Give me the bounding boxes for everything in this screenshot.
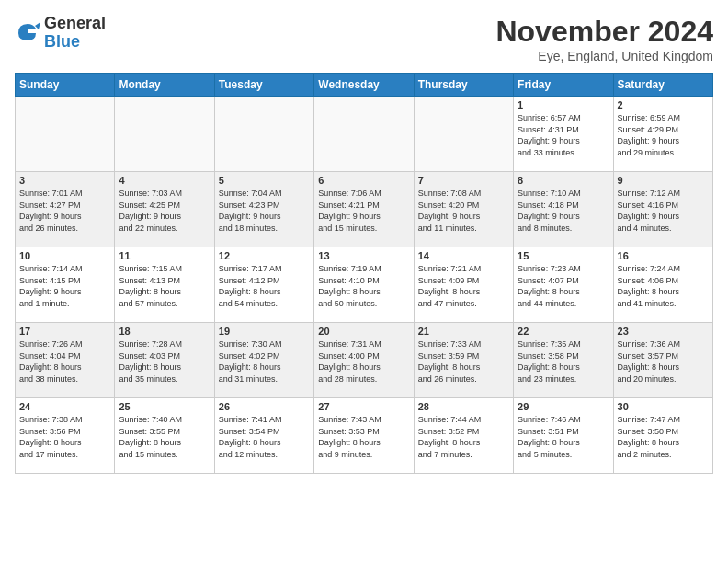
calendar-cell: 20Sunrise: 7:31 AM Sunset: 4:00 PM Dayli… (314, 323, 414, 398)
day-info: Sunrise: 7:12 AM Sunset: 4:16 PM Dayligh… (618, 188, 709, 234)
day-number: 16 (618, 250, 709, 261)
header: General Blue November 2024 Eye, England,… (15, 15, 713, 63)
day-info: Sunrise: 7:01 AM Sunset: 4:27 PM Dayligh… (19, 188, 110, 234)
day-number: 9 (618, 175, 709, 186)
day-number: 20 (318, 326, 409, 337)
day-number: 19 (219, 326, 310, 337)
day-number: 12 (219, 250, 310, 261)
day-info: Sunrise: 7:03 AM Sunset: 4:25 PM Dayligh… (119, 188, 210, 234)
calendar-cell: 19Sunrise: 7:30 AM Sunset: 4:02 PM Dayli… (214, 323, 313, 398)
day-info: Sunrise: 7:15 AM Sunset: 4:13 PM Dayligh… (119, 263, 210, 309)
day-info: Sunrise: 7:30 AM Sunset: 4:02 PM Dayligh… (219, 339, 310, 385)
calendar-cell (214, 97, 313, 172)
page: General Blue November 2024 Eye, England,… (0, 0, 728, 563)
day-info: Sunrise: 7:44 AM Sunset: 3:52 PM Dayligh… (418, 414, 509, 460)
week-row-2: 3Sunrise: 7:01 AM Sunset: 4:27 PM Daylig… (16, 172, 713, 247)
day-info: Sunrise: 7:43 AM Sunset: 3:53 PM Dayligh… (318, 414, 409, 460)
calendar-cell: 27Sunrise: 7:43 AM Sunset: 3:53 PM Dayli… (314, 398, 414, 474)
day-number: 18 (119, 326, 210, 337)
logo-icon (15, 20, 40, 46)
day-number: 27 (318, 401, 409, 412)
weekday-monday: Monday (115, 74, 214, 97)
week-row-3: 10Sunrise: 7:14 AM Sunset: 4:15 PM Dayli… (16, 247, 713, 323)
calendar-cell: 8Sunrise: 7:10 AM Sunset: 4:18 PM Daylig… (514, 172, 613, 247)
week-row-1: 1Sunrise: 6:57 AM Sunset: 4:31 PM Daylig… (16, 97, 713, 172)
day-info: Sunrise: 7:24 AM Sunset: 4:06 PM Dayligh… (618, 263, 709, 309)
week-row-4: 17Sunrise: 7:26 AM Sunset: 4:04 PM Dayli… (16, 323, 713, 398)
calendar-cell: 26Sunrise: 7:41 AM Sunset: 3:54 PM Dayli… (214, 398, 313, 474)
day-number: 13 (318, 250, 409, 261)
calendar-cell: 22Sunrise: 7:35 AM Sunset: 3:58 PM Dayli… (514, 323, 613, 398)
calendar-cell: 7Sunrise: 7:08 AM Sunset: 4:20 PM Daylig… (414, 172, 513, 247)
calendar-cell: 11Sunrise: 7:15 AM Sunset: 4:13 PM Dayli… (115, 247, 214, 323)
day-number: 15 (518, 250, 609, 261)
calendar-cell: 5Sunrise: 7:04 AM Sunset: 4:23 PM Daylig… (214, 172, 313, 247)
calendar-cell: 6Sunrise: 7:06 AM Sunset: 4:21 PM Daylig… (314, 172, 414, 247)
calendar-cell: 12Sunrise: 7:17 AM Sunset: 4:12 PM Dayli… (214, 247, 313, 323)
calendar-cell: 10Sunrise: 7:14 AM Sunset: 4:15 PM Dayli… (16, 247, 115, 323)
day-info: Sunrise: 7:17 AM Sunset: 4:12 PM Dayligh… (219, 263, 310, 309)
day-info: Sunrise: 7:19 AM Sunset: 4:10 PM Dayligh… (318, 263, 409, 309)
weekday-wednesday: Wednesday (314, 74, 414, 97)
day-number: 1 (518, 99, 609, 110)
day-info: Sunrise: 7:08 AM Sunset: 4:20 PM Dayligh… (418, 188, 509, 234)
day-number: 11 (119, 250, 210, 261)
day-info: Sunrise: 7:06 AM Sunset: 4:21 PM Dayligh… (318, 188, 409, 234)
day-info: Sunrise: 7:26 AM Sunset: 4:04 PM Dayligh… (19, 339, 110, 385)
day-number: 8 (518, 175, 609, 186)
day-info: Sunrise: 7:10 AM Sunset: 4:18 PM Dayligh… (518, 188, 609, 234)
day-number: 26 (219, 401, 310, 412)
calendar-cell: 18Sunrise: 7:28 AM Sunset: 4:03 PM Dayli… (115, 323, 214, 398)
day-info: Sunrise: 6:57 AM Sunset: 4:31 PM Dayligh… (518, 112, 609, 158)
logo-text: General Blue (44, 15, 106, 52)
calendar-cell: 9Sunrise: 7:12 AM Sunset: 4:16 PM Daylig… (613, 172, 712, 247)
day-info: Sunrise: 7:33 AM Sunset: 3:59 PM Dayligh… (418, 339, 509, 385)
location: Eye, England, United Kingdom (495, 49, 713, 63)
day-number: 17 (19, 326, 110, 337)
day-info: Sunrise: 7:14 AM Sunset: 4:15 PM Dayligh… (19, 263, 110, 309)
month-title: November 2024 (495, 15, 713, 49)
day-number: 23 (618, 326, 709, 337)
day-info: Sunrise: 7:35 AM Sunset: 3:58 PM Dayligh… (518, 339, 609, 385)
day-info: Sunrise: 7:47 AM Sunset: 3:50 PM Dayligh… (618, 414, 709, 460)
calendar-cell: 23Sunrise: 7:36 AM Sunset: 3:57 PM Dayli… (613, 323, 712, 398)
day-number: 24 (19, 401, 110, 412)
calendar-cell: 24Sunrise: 7:38 AM Sunset: 3:56 PM Dayli… (16, 398, 115, 474)
calendar-cell: 2Sunrise: 6:59 AM Sunset: 4:29 PM Daylig… (613, 97, 712, 172)
day-info: Sunrise: 7:21 AM Sunset: 4:09 PM Dayligh… (418, 263, 509, 309)
day-number: 6 (318, 175, 409, 186)
day-number: 14 (418, 250, 509, 261)
calendar-cell: 3Sunrise: 7:01 AM Sunset: 4:27 PM Daylig… (16, 172, 115, 247)
day-info: Sunrise: 7:04 AM Sunset: 4:23 PM Dayligh… (219, 188, 310, 234)
day-info: Sunrise: 7:40 AM Sunset: 3:55 PM Dayligh… (119, 414, 210, 460)
weekday-friday: Friday (514, 74, 613, 97)
weekday-tuesday: Tuesday (214, 74, 313, 97)
day-number: 29 (518, 401, 609, 412)
calendar: SundayMondayTuesdayWednesdayThursdayFrid… (15, 73, 713, 474)
weekday-header-row: SundayMondayTuesdayWednesdayThursdayFrid… (16, 74, 713, 97)
day-info: Sunrise: 7:36 AM Sunset: 3:57 PM Dayligh… (618, 339, 709, 385)
weekday-sunday: Sunday (16, 74, 115, 97)
calendar-cell (16, 97, 115, 172)
day-info: Sunrise: 7:46 AM Sunset: 3:51 PM Dayligh… (518, 414, 609, 460)
calendar-cell: 15Sunrise: 7:23 AM Sunset: 4:07 PM Dayli… (514, 247, 613, 323)
week-row-5: 24Sunrise: 7:38 AM Sunset: 3:56 PM Dayli… (16, 398, 713, 474)
calendar-cell: 14Sunrise: 7:21 AM Sunset: 4:09 PM Dayli… (414, 247, 513, 323)
logo-blue: Blue (44, 33, 106, 52)
logo: General Blue (15, 15, 106, 52)
day-number: 25 (119, 401, 210, 412)
calendar-cell: 1Sunrise: 6:57 AM Sunset: 4:31 PM Daylig… (514, 97, 613, 172)
calendar-cell: 4Sunrise: 7:03 AM Sunset: 4:25 PM Daylig… (115, 172, 214, 247)
day-info: Sunrise: 6:59 AM Sunset: 4:29 PM Dayligh… (618, 112, 709, 158)
day-number: 3 (19, 175, 110, 186)
day-number: 10 (19, 250, 110, 261)
day-number: 22 (518, 326, 609, 337)
day-info: Sunrise: 7:38 AM Sunset: 3:56 PM Dayligh… (19, 414, 110, 460)
calendar-cell: 30Sunrise: 7:47 AM Sunset: 3:50 PM Dayli… (613, 398, 712, 474)
day-number: 7 (418, 175, 509, 186)
day-info: Sunrise: 7:23 AM Sunset: 4:07 PM Dayligh… (518, 263, 609, 309)
logo-general: General (44, 15, 106, 33)
calendar-cell: 17Sunrise: 7:26 AM Sunset: 4:04 PM Dayli… (16, 323, 115, 398)
day-info: Sunrise: 7:31 AM Sunset: 4:00 PM Dayligh… (318, 339, 409, 385)
weekday-thursday: Thursday (414, 74, 513, 97)
